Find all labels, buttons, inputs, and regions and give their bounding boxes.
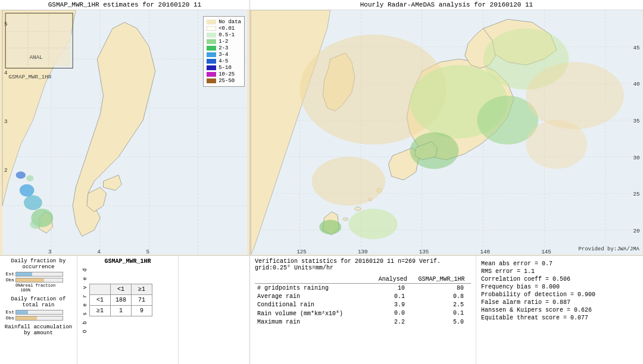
est-label-2: Est xyxy=(2,309,14,315)
legend-5-10: 5-10 xyxy=(207,65,241,71)
bar-row-obs-1: Obs xyxy=(2,277,74,283)
legend-color-4-5 xyxy=(207,59,216,64)
bar-track-obs-1 xyxy=(15,278,63,283)
bar-fill-est-2 xyxy=(16,310,28,314)
svg-text:130: 130 xyxy=(358,249,368,255)
est-label-1: Est xyxy=(2,271,14,277)
svg-point-66 xyxy=(349,209,398,239)
contingency-title: GSMAP_MWR_1HR xyxy=(81,258,174,265)
metric-false-alarm: False alarm ratio = 0.887 xyxy=(481,299,638,306)
cont-row-label-lt1: <1 xyxy=(90,295,111,306)
cont-header-lt1: <1 xyxy=(111,284,132,295)
bottom-left-stats: Daily fraction by occurrence Est Obs xyxy=(0,256,249,364)
svg-text:2: 2 xyxy=(4,167,8,174)
bar-row-est-1: Est xyxy=(2,271,74,277)
obs-label-2: Obs xyxy=(2,315,14,321)
svg-text:5: 5 xyxy=(4,21,8,27)
cont-cell-lt-ge: 71 xyxy=(132,295,152,306)
legend-no-data: No data xyxy=(207,19,241,25)
verif-table-col: Verification statistics for 20160120 11 … xyxy=(250,256,476,364)
legend-2-3: 2-3 xyxy=(207,45,241,51)
verif-row-val1-2: 3.9 xyxy=(374,300,412,309)
svg-text:40: 40 xyxy=(633,81,639,87)
map-credit: Provided by:JWA/JMA xyxy=(578,246,639,252)
svg-point-16 xyxy=(20,184,35,197)
svg-point-64 xyxy=(410,133,458,170)
verif-row-label-2: Conditional rain xyxy=(255,300,374,309)
svg-text:135: 135 xyxy=(419,249,429,255)
cont-cell-ge-ge: 9 xyxy=(132,306,152,316)
bar-fill-obs-2 xyxy=(16,316,37,320)
verif-title: Verification statistics for 20160120 11 … xyxy=(255,258,471,271)
metric-mean-abs: Mean abs error = 0.7 xyxy=(481,261,638,267)
contingency-col: GSMAP_MWR_1HR O b s e r v e d <1 ≥1 xyxy=(77,256,179,364)
bar-track-est-1 xyxy=(15,272,63,277)
right-map-svg: 45 40 35 30 25 20 125 130 135 140 145 xyxy=(250,10,643,255)
verif-metrics-col: Mean abs error = 0.7 RMS error = 1.1 Cor… xyxy=(476,256,643,364)
obs-label-1: Obs xyxy=(2,277,14,283)
contingency-wrapper: O b s e r v e d <1 ≥1 xyxy=(81,267,174,333)
legend-label-4-5: 4-5 xyxy=(219,58,228,64)
legend-color-lt001 xyxy=(207,26,216,31)
legend-10-25: 10-25 xyxy=(207,71,241,77)
verif-row-val1-0: 10 xyxy=(374,284,412,292)
legend-3-4: 3-4 xyxy=(207,52,241,58)
svg-text:45: 45 xyxy=(633,45,639,51)
main-container: GSMAP_MWR_1HR estimates for 20160120 11 xyxy=(0,0,643,364)
svg-text:ANAL: ANAL xyxy=(29,54,42,61)
metric-freq-bias: Frequency bias = 8.000 xyxy=(481,284,638,290)
legend-label-3-4: 3-4 xyxy=(219,52,228,58)
bar-section-3: Rainfall accumulation by amount xyxy=(2,324,74,336)
legend-box: No data <0.01 0.5-1 1-2 xyxy=(203,16,245,87)
svg-text:3: 3 xyxy=(48,249,52,255)
contingency-table-wrapper: <1 ≥1 <1 188 71 xyxy=(89,284,152,316)
right-map-canvas: 45 40 35 30 25 20 125 130 135 140 145 Pr… xyxy=(250,10,643,255)
left-title-text: GSMAP_MWR_1HR estimates for 20160120 11 xyxy=(48,1,201,8)
svg-point-57 xyxy=(355,207,361,211)
right-title-text: Hourly Radar-AMeDAS analysis for 2016012… xyxy=(360,1,533,8)
cont-row-label-ge1: ≥1 xyxy=(90,306,111,316)
cont-row-ge1: ≥1 1 9 xyxy=(90,306,152,316)
svg-point-67 xyxy=(319,219,341,234)
svg-text:20: 20 xyxy=(633,228,639,234)
legend-label-25-50: 25-50 xyxy=(219,78,235,84)
svg-text:3: 3 xyxy=(4,118,8,125)
verif-col-empty xyxy=(255,275,374,284)
verif-row-val1-1: 0.1 xyxy=(374,292,412,300)
svg-point-68 xyxy=(526,62,624,129)
legend-color-10-25 xyxy=(207,72,216,77)
svg-point-65 xyxy=(312,157,385,206)
legend-label-10-25: 10-25 xyxy=(219,71,235,77)
verif-row-val1-4: 2.2 xyxy=(374,318,412,326)
verif-row-val2-1: 0.8 xyxy=(412,292,471,300)
bar-title-1: Daily fraction by occurrence xyxy=(2,258,74,270)
contingency-table: <1 ≥1 <1 188 71 xyxy=(89,284,152,316)
svg-point-58 xyxy=(343,218,348,220)
svg-point-69 xyxy=(526,120,588,169)
svg-text:4: 4 xyxy=(4,70,8,76)
left-map-title: GSMAP_MWR_1HR estimates for 20160120 11 xyxy=(0,0,249,10)
verif-row-val2-4: 5.0 xyxy=(412,318,471,326)
svg-text:125: 125 xyxy=(296,249,307,255)
bar-axis-left: 0% xyxy=(15,283,20,293)
obs-label-vertical: O b s e r v e d xyxy=(82,267,88,333)
legend-label-5-10: 5-10 xyxy=(219,65,232,71)
legend-label-lt001: <0.01 xyxy=(219,26,235,32)
verif-data-row-3: Rain volume (mm*km²x10⁸) 0.0 0.1 xyxy=(255,309,471,318)
verif-data-row-4: Maximum rain 2.2 5.0 xyxy=(255,318,471,326)
verif-data-row-2: Conditional rain 3.9 2.5 xyxy=(255,300,471,309)
bar-title-2: Daily fraction of total rain xyxy=(2,296,74,308)
verif-row-label-3: Rain volume (mm*km²x10⁸) xyxy=(255,309,374,318)
verif-col-gsmap: GSMAP_MWR_1HR xyxy=(412,275,471,284)
svg-point-15 xyxy=(24,195,42,210)
left-map-canvas: ANAL 5 4 3 2 3 4 5 GSMAP_MWR_ xyxy=(0,10,249,255)
verif-data-row-0: # gridpoints raining 10 80 xyxy=(255,284,471,292)
obs-label-col: O b s e r v e d xyxy=(81,267,89,333)
legend-color-1-2 xyxy=(207,39,216,44)
verif-row-val2-3: 0.1 xyxy=(412,309,471,318)
verif-data-row-1: Average rain 0.1 0.8 xyxy=(255,292,471,300)
legend-label-no-data: No data xyxy=(219,19,241,25)
bar-row-est-2: Est xyxy=(2,309,74,315)
right-panel: Hourly Radar-AMeDAS analysis for 2016012… xyxy=(250,0,643,364)
svg-text:145: 145 xyxy=(541,249,551,255)
